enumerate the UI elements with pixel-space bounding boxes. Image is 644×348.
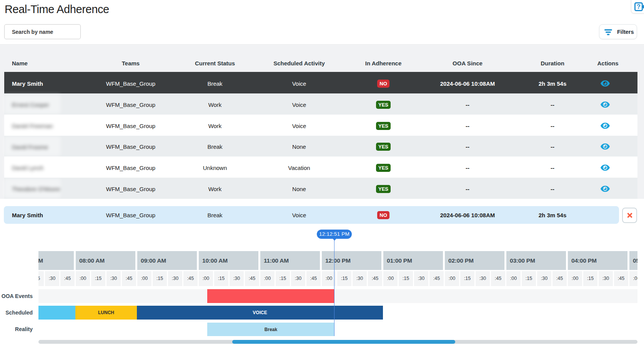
svg-text:?: ?: [637, 3, 641, 10]
